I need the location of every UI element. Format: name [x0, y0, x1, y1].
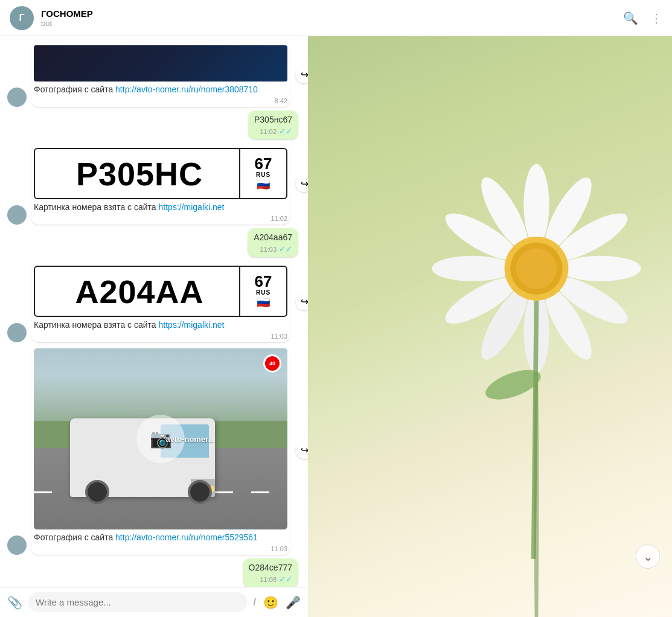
input-area: 📎 / 🙂 🎤 [0, 587, 308, 617]
message-time: 11:03 [270, 333, 287, 340]
forward-button[interactable]: ↪ [296, 442, 308, 459]
message-bubble: Р305нс67 11:02 ✓✓ [248, 110, 298, 140]
attach-icon[interactable]: 📎 [7, 595, 22, 610]
photo-link[interactable]: http://avto-nomer.ru/ru/nomer5529561 [115, 532, 258, 542]
chat-title: ГОСНОМЕР [41, 8, 623, 19]
background-area: ⌄ [308, 36, 672, 617]
avatar [7, 205, 27, 225]
scroll-to-bottom-button[interactable]: ⌄ [636, 545, 660, 569]
chevron-down-icon: ⌄ [643, 549, 653, 564]
forward-button[interactable]: ↪ [296, 66, 308, 83]
plate-region: 67 [255, 156, 272, 171]
read-checkmark: ✓✓ [279, 127, 292, 136]
svg-point-6 [560, 256, 641, 281]
photo-caption: Фотография с сайта http://avto-nomer.ru/… [34, 84, 287, 96]
emoji-icon[interactable]: 🙂 [263, 595, 278, 610]
message-time: 8:42 [275, 97, 287, 104]
avatar [7, 323, 27, 342]
plate-image: А204АА 67 RUS 🇷🇺 [34, 266, 287, 317]
message-time: 11:08 [260, 576, 277, 583]
header-icons: 🔍 ⋮ [623, 11, 662, 25]
search-icon[interactable]: 🔍 [623, 11, 638, 25]
plate-region: 67 [255, 273, 272, 289]
table-row: 📷 avto-nomer... 40 Фотография с сайта ht… [0, 344, 308, 557]
plate-number: А204АА [75, 273, 203, 310]
message-input[interactable] [28, 592, 248, 612]
forward-button[interactable]: ↪ [296, 293, 308, 310]
message-bubble: 📷 avto-nomer... 40 Фотография с сайта ht… [31, 346, 290, 555]
read-checkmark: ✓✓ [279, 575, 292, 584]
svg-point-12 [432, 256, 513, 281]
message-bubble: Фотография с сайта http://avto-nomer.ru/… [31, 43, 290, 107]
message-bubble: А204АА 67 RUS 🇷🇺 Картинка номера взята с… [31, 261, 290, 342]
plate-caption: Картинка номера взята с сайта https://mi… [34, 319, 287, 331]
mic-icon[interactable]: 🎤 [286, 595, 301, 610]
plate-image: Р305НС 67 RUS 🇷🇺 [34, 148, 287, 199]
svg-point-3 [523, 164, 549, 246]
message-text: О284се777 [249, 562, 292, 574]
avatar [7, 88, 27, 107]
table-row: Р305нс67 11:02 ✓✓ [0, 109, 308, 142]
forward-button[interactable]: ↪ [296, 175, 308, 192]
message-bubble: А204аа67 11:03 ✓✓ [248, 228, 298, 258]
avatar: Г [10, 6, 34, 30]
plate-number: Р305НС [76, 155, 203, 193]
header: Г ГОСНОМЕР bot 🔍 ⋮ [0, 0, 672, 36]
header-info: ГОСНОМЕР bot [41, 8, 623, 28]
table-row: Фотография с сайта http://avto-nomer.ru/… [0, 41, 308, 109]
avatar [7, 535, 27, 555]
chat-area: Фотография с сайта http://avto-nomer.ru/… [0, 36, 308, 617]
plate-caption: Картинка номера взята с сайта https://mi… [34, 202, 287, 214]
more-icon[interactable]: ⋮ [650, 11, 662, 25]
message-time: 11:02 [260, 128, 277, 135]
input-right-icons: / 🙂 🎤 [254, 595, 301, 610]
messages-list: Фотография с сайта http://avto-nomer.ru/… [0, 36, 308, 587]
table-row: Р305НС 67 RUS 🇷🇺 Картинка номера взята с… [0, 141, 308, 226]
message-time: 11:02 [270, 215, 287, 222]
photo-caption: Фотография с сайта http://avto-nomer.ru/… [34, 532, 287, 544]
message-bubble: О284се777 11:08 ✓✓ [243, 558, 298, 587]
svg-point-17 [516, 248, 557, 289]
plate-caption-link[interactable]: https://migalki.net [159, 320, 225, 330]
photo-link[interactable]: http://avto-nomer.ru/ru/nomer3808710 [115, 85, 258, 94]
bot-command-icon[interactable]: / [254, 597, 256, 608]
chat-subtitle: bot [41, 19, 623, 28]
message-text: А204аа67 [254, 232, 292, 244]
plate-caption-link[interactable]: https://migalki.net [159, 202, 225, 212]
table-row: А204аа67 11:03 ✓✓ [0, 226, 308, 260]
message-bubble: Р305НС 67 RUS 🇷🇺 Картинка номера взята с… [31, 143, 290, 225]
message-time: 11:03 [260, 246, 277, 253]
main-area: Фотография с сайта http://avto-nomer.ru/… [0, 36, 672, 617]
svg-line-18 [534, 301, 537, 559]
read-checkmark: ✓✓ [279, 245, 292, 254]
message-time: 11:03 [270, 545, 287, 552]
message-text: Р305нс67 [254, 114, 292, 126]
table-row: О284се777 11:08 ✓✓ [0, 557, 308, 587]
table-row: А204АА 67 RUS 🇷🇺 Картинка номера взята с… [0, 259, 308, 344]
